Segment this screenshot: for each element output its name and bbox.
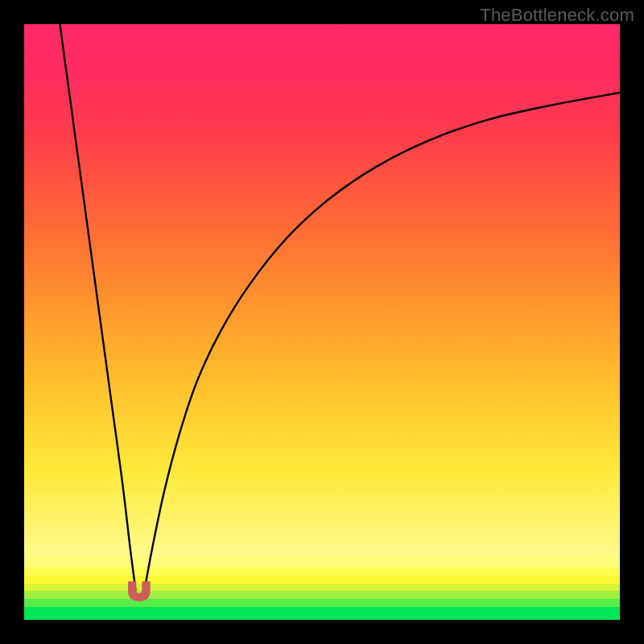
plot-area bbox=[24, 24, 620, 620]
curve-right-branch bbox=[144, 93, 620, 590]
curve-layer bbox=[24, 24, 620, 620]
watermark-text: TheBottleneck.com bbox=[480, 5, 634, 26]
cusp-marker bbox=[129, 582, 151, 601]
chart-frame: TheBottleneck.com bbox=[0, 0, 644, 644]
curve-left-branch bbox=[60, 24, 135, 590]
